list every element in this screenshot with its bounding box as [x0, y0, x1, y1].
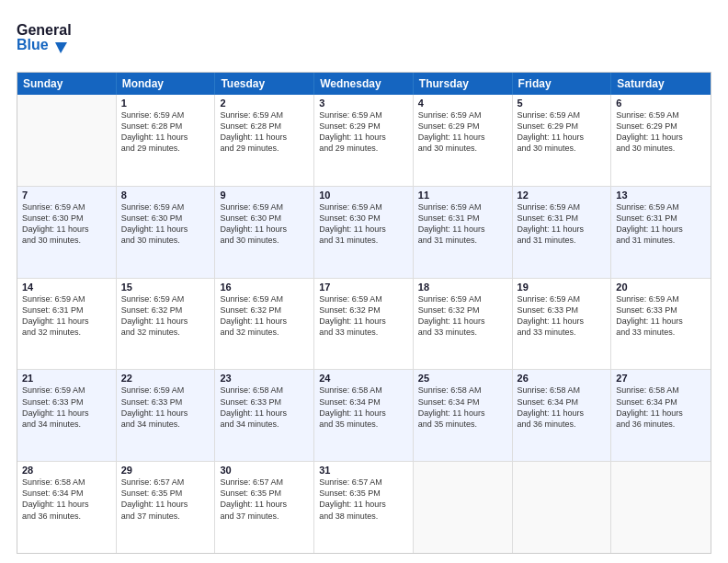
cell-line: Sunset: 6:28 PM: [121, 121, 210, 132]
cell-line: Sunrise: 6:59 AM: [220, 293, 309, 304]
cell-line: Sunrise: 6:59 AM: [518, 109, 607, 121]
day-cell-15: 15Sunrise: 6:59 AMSunset: 6:32 PMDayligh…: [117, 279, 216, 370]
calendar-row-1: 1Sunrise: 6:59 AMSunset: 6:28 PMDaylight…: [17, 95, 711, 187]
day-cell-14: 14Sunrise: 6:59 AMSunset: 6:31 PMDayligh…: [17, 279, 117, 370]
day-number: 7: [22, 190, 111, 201]
day-number: 12: [518, 190, 607, 201]
day-cell-27: 27Sunrise: 6:58 AMSunset: 6:34 PMDayligh…: [611, 370, 711, 461]
day-cell-23: 23Sunrise: 6:58 AMSunset: 6:33 PMDayligh…: [215, 370, 314, 461]
cell-line: Daylight: 11 hours: [319, 224, 408, 235]
day-cell-21: 21Sunrise: 6:59 AMSunset: 6:33 PMDayligh…: [17, 370, 117, 461]
cell-line: and 32 minutes.: [121, 327, 210, 338]
day-cell-30: 30Sunrise: 6:57 AMSunset: 6:35 PMDayligh…: [215, 462, 314, 553]
empty-cell: [611, 462, 711, 553]
header-day-thursday: Thursday: [414, 73, 513, 95]
cell-line: Sunset: 6:32 PM: [121, 304, 210, 316]
cell-line: and 35 minutes.: [319, 419, 408, 430]
cell-line: Sunrise: 6:58 AM: [518, 385, 607, 396]
cell-line: Daylight: 11 hours: [319, 408, 408, 419]
cell-line: Daylight: 11 hours: [418, 316, 507, 327]
cell-line: and 36 minutes.: [22, 511, 111, 522]
day-cell-17: 17Sunrise: 6:59 AMSunset: 6:32 PMDayligh…: [314, 279, 414, 370]
cell-line: and 38 minutes.: [319, 511, 408, 522]
day-number: 18: [418, 282, 507, 293]
cell-line: Daylight: 11 hours: [22, 316, 111, 327]
day-number: 24: [319, 373, 408, 384]
day-number: 28: [22, 465, 111, 476]
header: General Blue: [17, 17, 711, 63]
day-number: 25: [418, 373, 507, 384]
cell-line: and 37 minutes.: [220, 511, 309, 522]
cell-line: Sunrise: 6:58 AM: [220, 385, 309, 396]
cell-line: Sunset: 6:33 PM: [616, 304, 706, 316]
cell-line: Sunset: 6:32 PM: [319, 304, 408, 316]
cell-line: Sunrise: 6:59 AM: [22, 293, 111, 304]
day-cell-12: 12Sunrise: 6:59 AMSunset: 6:31 PMDayligh…: [513, 187, 612, 278]
cell-line: and 35 minutes.: [418, 419, 507, 430]
cell-line: Daylight: 11 hours: [220, 316, 309, 327]
day-cell-13: 13Sunrise: 6:59 AMSunset: 6:31 PMDayligh…: [611, 187, 711, 278]
cell-line: Sunrise: 6:59 AM: [220, 201, 309, 213]
cell-line: Daylight: 11 hours: [616, 316, 706, 327]
cell-line: Sunset: 6:33 PM: [220, 396, 309, 408]
cell-line: Daylight: 11 hours: [220, 408, 309, 419]
cell-line: Sunrise: 6:59 AM: [121, 109, 210, 121]
calendar-row-4: 21Sunrise: 6:59 AMSunset: 6:33 PMDayligh…: [17, 370, 711, 462]
day-number: 26: [518, 373, 607, 384]
cell-line: Daylight: 11 hours: [121, 316, 210, 327]
cell-line: Sunrise: 6:57 AM: [121, 477, 210, 488]
svg-text:Blue: Blue: [17, 37, 49, 52]
cell-line: Sunset: 6:31 PM: [22, 304, 111, 316]
cell-line: and 29 minutes.: [121, 143, 210, 154]
cell-line: Sunset: 6:33 PM: [518, 304, 607, 316]
day-cell-3: 3Sunrise: 6:59 AMSunset: 6:29 PMDaylight…: [314, 95, 414, 186]
cell-line: Daylight: 11 hours: [121, 224, 210, 235]
day-number: 15: [121, 282, 210, 293]
day-number: 30: [220, 465, 309, 476]
cell-line: Sunset: 6:29 PM: [418, 121, 507, 132]
day-cell-5: 5Sunrise: 6:59 AMSunset: 6:29 PMDaylight…: [513, 95, 612, 186]
cell-line: and 30 minutes.: [121, 235, 210, 246]
cell-line: and 31 minutes.: [518, 235, 607, 246]
cell-line: Sunset: 6:35 PM: [319, 488, 408, 499]
day-number: 14: [22, 282, 111, 293]
day-cell-19: 19Sunrise: 6:59 AMSunset: 6:33 PMDayligh…: [513, 279, 612, 370]
cell-line: Sunrise: 6:59 AM: [121, 293, 210, 304]
day-cell-9: 9Sunrise: 6:59 AMSunset: 6:30 PMDaylight…: [215, 187, 314, 278]
cell-line: Sunrise: 6:57 AM: [220, 477, 309, 488]
day-number: 10: [319, 190, 408, 201]
cell-line: and 34 minutes.: [22, 419, 111, 430]
day-number: 13: [616, 190, 706, 201]
cell-line: Sunrise: 6:59 AM: [616, 109, 706, 121]
cell-line: Daylight: 11 hours: [22, 408, 111, 419]
day-number: 22: [121, 373, 210, 384]
cell-line: and 33 minutes.: [518, 327, 607, 338]
cell-line: Sunset: 6:34 PM: [616, 396, 706, 408]
cell-line: Daylight: 11 hours: [22, 499, 111, 510]
cell-line: Sunrise: 6:59 AM: [319, 201, 408, 213]
cell-line: and 32 minutes.: [22, 327, 111, 338]
cell-line: Sunset: 6:34 PM: [518, 396, 607, 408]
cell-line: Sunrise: 6:59 AM: [121, 385, 210, 396]
day-number: 11: [418, 190, 507, 201]
header-day-sunday: Sunday: [17, 73, 117, 95]
page: General Blue SundayMondayTuesdayWednesda…: [0, 0, 728, 563]
day-number: 9: [220, 190, 309, 201]
day-cell-1: 1Sunrise: 6:59 AMSunset: 6:28 PMDaylight…: [117, 95, 216, 186]
day-cell-8: 8Sunrise: 6:59 AMSunset: 6:30 PMDaylight…: [117, 187, 216, 278]
cell-line: Daylight: 11 hours: [121, 499, 210, 510]
day-cell-26: 26Sunrise: 6:58 AMSunset: 6:34 PMDayligh…: [513, 370, 612, 461]
cell-line: Sunset: 6:34 PM: [22, 488, 111, 499]
day-cell-22: 22Sunrise: 6:59 AMSunset: 6:33 PMDayligh…: [117, 370, 216, 461]
cell-line: Sunset: 6:30 PM: [22, 213, 111, 224]
cell-line: Sunset: 6:28 PM: [220, 121, 309, 132]
cell-line: Sunset: 6:30 PM: [319, 213, 408, 224]
cell-line: and 36 minutes.: [518, 419, 607, 430]
day-number: 4: [418, 98, 507, 109]
day-cell-2: 2Sunrise: 6:59 AMSunset: 6:28 PMDaylight…: [215, 95, 314, 186]
cell-line: Sunrise: 6:59 AM: [418, 293, 507, 304]
day-number: 1: [121, 98, 210, 109]
cell-line: and 34 minutes.: [121, 419, 210, 430]
cell-line: and 30 minutes.: [518, 143, 607, 154]
cell-line: and 33 minutes.: [319, 327, 408, 338]
